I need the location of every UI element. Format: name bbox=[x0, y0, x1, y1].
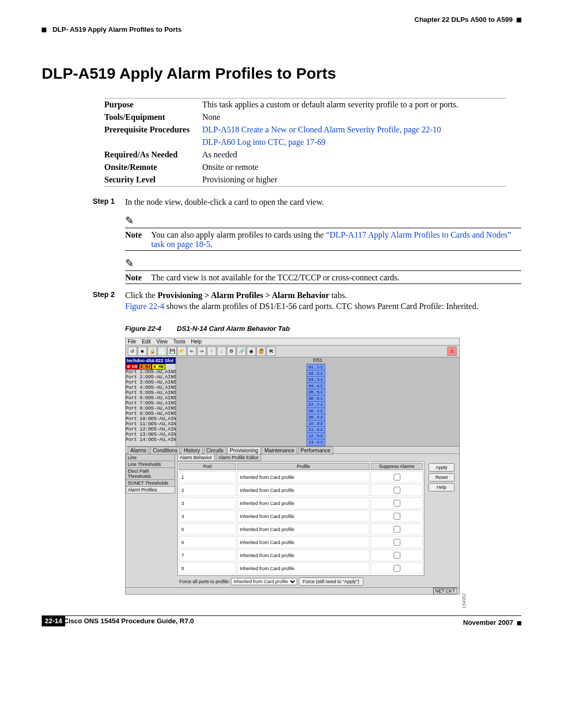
prereq-link-1[interactable]: DLP-A518 Create a New or Cloned Alarm Se… bbox=[202, 125, 441, 134]
menu-edit[interactable]: Edit bbox=[142, 339, 151, 344]
side-tab[interactable]: Line bbox=[126, 454, 175, 461]
side-tab[interactable]: SONET Thresholds bbox=[126, 479, 175, 487]
toolbar-button[interactable]: ↑ bbox=[207, 347, 216, 356]
tab-performance[interactable]: Performance bbox=[298, 447, 333, 454]
menu-file[interactable]: File bbox=[128, 339, 136, 344]
toolbar-button[interactable]: 🛠 bbox=[266, 347, 276, 356]
sub-tab[interactable]: Alarm Profile Editor bbox=[216, 454, 262, 461]
port-item: Port 10:OOS-AU,AIN bbox=[126, 416, 176, 422]
prereq-label: Prerequisite Procedures bbox=[104, 124, 202, 136]
port-item: Port 3:OOS-AU,AINS bbox=[126, 380, 176, 385]
tools-value: None bbox=[202, 111, 506, 124]
graphic-label: DS1 bbox=[313, 357, 323, 363]
tools-label: Tools/Equipment bbox=[104, 111, 202, 124]
main-tabs[interactable]: AlarmsConditionsHistoryCircuitsProvision… bbox=[126, 446, 459, 453]
left-panel: techdoc-454-822 Slot 1 DS1 0 CR 0 MJ 0 M… bbox=[126, 357, 176, 446]
table-row[interactable]: 3Inherited from Card profile bbox=[179, 497, 423, 509]
toolbar-button[interactable]: ⚙ bbox=[227, 347, 236, 356]
suppress-checkbox[interactable] bbox=[394, 552, 400, 559]
col-suppress[interactable]: Suppress Alarms bbox=[371, 463, 423, 470]
help-button[interactable]: Help bbox=[429, 483, 455, 491]
onsite-value: Onsite or remote bbox=[202, 161, 506, 174]
alert-icon[interactable]: ⚠ bbox=[447, 347, 457, 356]
toolbar-button[interactable]: 🙋 bbox=[256, 347, 266, 356]
table-row[interactable]: 6Inherited from Card profile bbox=[179, 536, 423, 548]
note-rule bbox=[125, 250, 521, 251]
figure-ref-link[interactable]: Figure 22-4 bbox=[125, 302, 164, 311]
status-bar: NET CKT bbox=[126, 587, 459, 594]
toolbar-button[interactable]: 📄 bbox=[157, 347, 167, 356]
port-item: Port 14:OOS-AU,AIN bbox=[126, 437, 176, 442]
apply-button[interactable]: Apply bbox=[429, 463, 455, 472]
table-row[interactable]: 7Inherited from Card profile bbox=[179, 549, 423, 561]
toolbar-button[interactable]: 🔒 bbox=[148, 347, 157, 356]
chapter-label: Chapter 22 DLPs A500 to A599 bbox=[414, 16, 512, 23]
pencil-icon: ✎ bbox=[125, 215, 134, 226]
side-tab[interactable]: Line Thresholds bbox=[126, 461, 175, 468]
toolbar-button[interactable]: ↺ bbox=[128, 347, 137, 356]
toolbar-button[interactable]: ■ bbox=[138, 347, 147, 356]
port-item: Port 7:OOS-AU,AINS bbox=[126, 401, 176, 406]
tab-maintenance[interactable]: Maintenance bbox=[262, 447, 297, 454]
info-table: Purpose This task applies a custom or de… bbox=[104, 98, 506, 187]
tab-circuits[interactable]: Circuits bbox=[204, 447, 226, 454]
card-port[interactable]: 13 , 6-2 bbox=[307, 439, 325, 446]
toolbar-button[interactable]: ⇒ bbox=[197, 347, 206, 356]
menu-tools[interactable]: Tools bbox=[173, 339, 185, 344]
tab-provisioning[interactable]: Provisioning bbox=[227, 447, 261, 454]
suppress-checkbox[interactable] bbox=[394, 526, 400, 533]
toolbar-button[interactable]: ↓ bbox=[217, 347, 226, 356]
force-select[interactable]: Inherited from Card profile bbox=[231, 578, 297, 585]
alarm-grid[interactable]: Port Profile Suppress Alarms 1Inherited … bbox=[177, 461, 424, 576]
tab-alarms[interactable]: Alarms bbox=[128, 447, 149, 454]
toolbar-button[interactable]: 📂 bbox=[177, 347, 187, 356]
toolbar-button[interactable]: ⇐ bbox=[187, 347, 197, 356]
table-row[interactable]: 4Inherited from Card profile bbox=[179, 510, 423, 522]
suppress-checkbox[interactable] bbox=[394, 539, 400, 546]
suppress-checkbox[interactable] bbox=[394, 474, 400, 480]
side-tabs[interactable]: LineLine ThresholdsElect Path Thresholds… bbox=[126, 454, 175, 587]
port-item: Port 12:OOS-AU,AIN bbox=[126, 427, 176, 432]
prereq-link-2[interactable]: DLP-A60 Log into CTC, page 17-69 bbox=[202, 138, 325, 146]
force-button[interactable]: Force (still need to "Apply") bbox=[299, 577, 363, 586]
sub-tabs[interactable]: Alarm BehaviorAlarm Profile Editor bbox=[175, 454, 459, 461]
side-tab[interactable]: Alarm Profiles bbox=[126, 486, 175, 493]
tab-history[interactable]: History bbox=[181, 447, 202, 454]
step-2-text: Click the Provisioning > Alarm Profiles … bbox=[125, 290, 521, 312]
table-row[interactable]: 2Inherited from Card profile bbox=[179, 484, 423, 496]
side-tab[interactable]: Elect Path Thresholds bbox=[126, 467, 175, 480]
toolbar-button[interactable]: 💾 bbox=[167, 347, 177, 356]
table-row[interactable]: 1Inherited from Card profile bbox=[179, 471, 423, 483]
toolbar-button[interactable]: ◉ bbox=[247, 347, 256, 356]
step-2-label: Step 2 bbox=[83, 290, 125, 312]
col-port[interactable]: Port bbox=[179, 463, 236, 470]
reset-button[interactable]: Reset bbox=[429, 473, 455, 482]
node-title: techdoc-454-822 Slot 1 DS1 bbox=[126, 357, 176, 364]
required-value: As needed bbox=[202, 149, 506, 161]
toolbar[interactable]: ↺ ■ 🔒 📄 💾 📂 ⇐ ⇒ ↑ ↓ ⚙ 🔗 ◉ 🙋 🛠 ⚠ bbox=[126, 346, 459, 357]
port-item: Port 6:OOS-AU,AINS bbox=[126, 396, 176, 401]
badge-mn: 0 MN bbox=[152, 364, 165, 369]
security-value: Provisioning or higher bbox=[202, 174, 506, 187]
action-column: Apply Reset Help bbox=[426, 461, 459, 587]
step-1-text: In the node view, double-click a card to… bbox=[125, 197, 521, 208]
footer-date: November 2007 bbox=[463, 619, 513, 626]
sub-tab[interactable]: Alarm Behavior bbox=[177, 454, 215, 461]
suppress-checkbox[interactable] bbox=[394, 500, 400, 507]
suppress-checkbox[interactable] bbox=[394, 487, 400, 493]
tab-conditions[interactable]: Conditions bbox=[150, 447, 180, 454]
table-row[interactable]: 5Inherited from Card profile bbox=[179, 523, 423, 535]
menubar[interactable]: File Edit View Tools Help bbox=[126, 338, 459, 346]
note-rule bbox=[125, 283, 521, 284]
col-profile[interactable]: Profile bbox=[237, 463, 370, 470]
port-item: Port 2:OOS-AU,AINS bbox=[126, 375, 176, 380]
table-row[interactable]: 8Inherited from Card profile bbox=[179, 562, 423, 574]
suppress-checkbox[interactable] bbox=[394, 513, 400, 520]
toolbar-button[interactable]: 🔗 bbox=[237, 347, 246, 356]
menu-help[interactable]: Help bbox=[191, 339, 202, 344]
note-block-2: ✎ Note The card view is not available fo… bbox=[125, 257, 521, 284]
suppress-checkbox[interactable] bbox=[394, 565, 400, 572]
menu-view[interactable]: View bbox=[156, 339, 168, 344]
figure-id: 134952 bbox=[461, 593, 467, 609]
port-item: Port 8:OOS-AU,AINS bbox=[126, 406, 176, 411]
